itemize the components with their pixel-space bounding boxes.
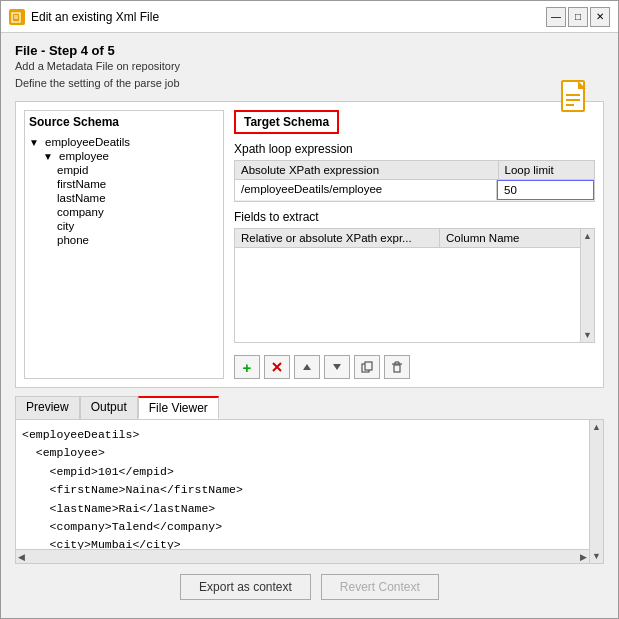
tree-item-lastname[interactable]: lastName	[29, 191, 219, 205]
step-title: File - Step 4 of 5	[15, 43, 604, 58]
xml-display: <employeeDeatils> <employee> <empid>101<…	[22, 426, 597, 556]
maximize-button[interactable]: □	[568, 7, 588, 27]
title-bar: Edit an existing Xml File — □ ✕	[1, 1, 618, 33]
title-bar-left: Edit an existing Xml File	[9, 9, 159, 25]
step-header: File - Step 4 of 5 Add a Metadata File o…	[15, 43, 604, 91]
tree-label-empid: empid	[57, 164, 88, 176]
window-icon	[9, 9, 25, 25]
export-context-button[interactable]: Export as context	[180, 574, 311, 600]
xpath-table-row: /employeeDeatils/employee 50	[235, 180, 594, 201]
xpath-table-header: Absolute XPath expression Loop limit	[235, 161, 594, 180]
xml-line-2: <employee>	[22, 444, 597, 462]
tree-item-employee[interactable]: ▼ employee	[29, 149, 219, 163]
main-panel: Source Schema ▼ employeeDeatils ▼ employ…	[15, 101, 604, 388]
footer-buttons: Export as context Revert Context	[15, 574, 604, 608]
title-controls: — □ ✕	[546, 7, 610, 27]
xpath-cell-limit[interactable]: 50	[497, 180, 594, 200]
xpath-col-limit: Loop limit	[499, 161, 595, 179]
tab-scroll-up[interactable]: ▲	[590, 420, 603, 434]
tab-file-viewer[interactable]: File Viewer	[138, 396, 219, 419]
move-down-button[interactable]	[324, 355, 350, 379]
fields-col-xpath: Relative or absolute XPath expr...	[235, 229, 440, 247]
fields-scrollbar: ▲ ▼	[580, 229, 594, 342]
source-schema-panel: Source Schema ▼ employeeDeatils ▼ employ…	[24, 110, 224, 379]
hscroll-right[interactable]: ▶	[578, 552, 589, 562]
window-title: Edit an existing Xml File	[31, 10, 159, 24]
svg-marker-10	[303, 364, 311, 370]
svg-marker-11	[333, 364, 341, 370]
content-area: File - Step 4 of 5 Add a Metadata File o…	[1, 33, 618, 618]
xml-line-3: <empid>101</empid>	[22, 463, 597, 481]
fields-table: Relative or absolute XPath expr... Colum…	[235, 229, 580, 342]
tree-label-employee: employee	[59, 150, 109, 162]
target-schema-panel: Target Schema Xpath loop expression Abso…	[234, 110, 595, 379]
tree-label-root: employeeDeatils	[45, 136, 130, 148]
fields-table-container: Relative or absolute XPath expr... Colum…	[234, 228, 595, 343]
xml-line-4: <firstName>Naina</firstName>	[22, 481, 597, 499]
bottom-tabs: Preview Output File Viewer	[15, 396, 604, 419]
fields-toolbar: +	[234, 355, 595, 379]
xpath-section: Xpath loop expression Absolute XPath exp…	[234, 142, 595, 202]
xml-line-1: <employeeDeatils>	[22, 426, 597, 444]
move-up-button[interactable]	[294, 355, 320, 379]
xpath-section-label: Xpath loop expression	[234, 142, 595, 156]
tab-scroll-down[interactable]: ▼	[590, 549, 603, 563]
fields-section: Fields to extract Relative or absolute X…	[234, 210, 595, 343]
fields-table-body	[235, 248, 580, 318]
copy-button[interactable]	[354, 355, 380, 379]
delete-row-button[interactable]	[264, 355, 290, 379]
tree-item-phone[interactable]: phone	[29, 233, 219, 247]
tree-item-city[interactable]: city	[29, 219, 219, 233]
scroll-down-arrow[interactable]: ▼	[581, 328, 594, 342]
bottom-panel: Preview Output File Viewer <employeeDeat…	[15, 396, 604, 564]
scroll-up-arrow[interactable]: ▲	[581, 229, 594, 243]
tab-preview[interactable]: Preview	[15, 396, 80, 419]
tree-arrow-root: ▼	[29, 137, 39, 148]
tree-label-phone: phone	[57, 234, 89, 246]
xpath-col-expression: Absolute XPath expression	[235, 161, 499, 179]
xpath-cell-path[interactable]: /employeeDeatils/employee	[235, 180, 497, 200]
trash-button[interactable]	[384, 355, 410, 379]
revert-context-button[interactable]: Revert Context	[321, 574, 439, 600]
fields-table-header: Relative or absolute XPath expr... Colum…	[235, 229, 580, 248]
target-schema-title: Target Schema	[234, 110, 339, 134]
tree-item-root[interactable]: ▼ employeeDeatils	[29, 135, 219, 149]
step-desc1: Add a Metadata File on repository	[15, 58, 604, 75]
tree-item-firstname[interactable]: firstName	[29, 177, 219, 191]
main-window: Edit an existing Xml File — □ ✕ File - S…	[0, 0, 619, 619]
tab-output[interactable]: Output	[80, 396, 138, 419]
tree-label-city: city	[57, 220, 74, 232]
tree-label-company: company	[57, 206, 104, 218]
document-icon	[560, 79, 590, 122]
xpath-table: Absolute XPath expression Loop limit /em…	[234, 160, 595, 202]
tree-item-company[interactable]: company	[29, 205, 219, 219]
tree-label-lastname: lastName	[57, 192, 106, 204]
step-desc2: Define the setting of the parse job	[15, 75, 604, 92]
source-schema-title: Source Schema	[29, 115, 219, 129]
add-row-button[interactable]: +	[234, 355, 260, 379]
svg-rect-14	[394, 365, 400, 372]
fields-section-label: Fields to extract	[234, 210, 595, 224]
close-button[interactable]: ✕	[590, 7, 610, 27]
svg-rect-13	[365, 362, 372, 370]
xml-line-6: <company>Talend</company>	[22, 518, 597, 536]
xml-line-5: <lastName>Rai</lastName>	[22, 500, 597, 518]
fields-col-name: Column Name	[440, 229, 580, 247]
tab-vertical-scrollbar: ▲ ▼	[589, 420, 603, 563]
tab-horizontal-scrollbar: ◀ ▶	[16, 549, 589, 563]
tree-label-firstname: firstName	[57, 178, 106, 190]
tree-arrow-employee: ▼	[43, 151, 53, 162]
tree-item-empid[interactable]: empid	[29, 163, 219, 177]
tab-content: <employeeDeatils> <employee> <empid>101<…	[15, 419, 604, 564]
hscroll-left[interactable]: ◀	[16, 552, 27, 562]
minimize-button[interactable]: —	[546, 7, 566, 27]
